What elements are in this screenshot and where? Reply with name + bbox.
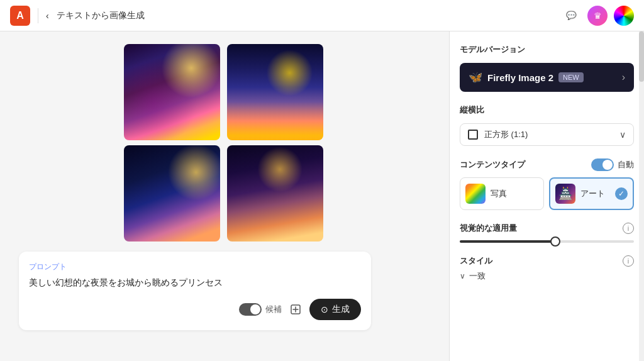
style-header: スタイル i — [460, 255, 634, 267]
generated-image-2[interactable] — [227, 44, 323, 140]
generate-button[interactable]: ⊙ 生成 — [309, 299, 361, 320]
art-label: アート — [580, 188, 605, 199]
candidate-toggle-row: 候補 — [239, 303, 282, 316]
header-divider — [38, 8, 38, 23]
aspect-square-icon — [468, 130, 478, 140]
chat-button[interactable]: 💬 — [561, 6, 581, 26]
strength-info-icon[interactable]: i — [623, 223, 634, 234]
auto-toggle-row: 自動 — [591, 158, 634, 171]
generated-image-1[interactable] — [124, 44, 220, 140]
colorful-avatar[interactable] — [614, 6, 634, 26]
art-option[interactable]: アート ✓ — [549, 177, 635, 210]
model-version-label: モデルバージョン — [460, 44, 634, 55]
aspect-ratio-dropdown[interactable]: 正方形 (1:1) ∨ — [460, 123, 634, 146]
back-button[interactable]: ‹ — [46, 11, 49, 21]
new-badge: NEW — [558, 72, 584, 82]
generate-label: 生成 — [332, 304, 350, 315]
slider-fill — [460, 240, 555, 243]
strength-section: 視覚的な適用量 i — [460, 223, 634, 243]
auto-toggle[interactable] — [591, 158, 614, 171]
style-match-row[interactable]: ∨ 一致 — [460, 270, 634, 282]
header: A ‹ テキストから画像生成 💬 ♛ — [0, 0, 644, 31]
photo-option-icon — [465, 184, 486, 204]
crown-avatar[interactable]: ♛ — [587, 6, 608, 26]
butterfly-icon: 🦋 — [469, 70, 482, 84]
style-expand-icon: ∨ — [460, 272, 465, 280]
slider-thumb[interactable] — [550, 236, 560, 247]
photo-option[interactable]: 写真 — [460, 177, 544, 210]
content-options: 写真 アート ✓ — [460, 177, 634, 210]
content-type-label: コンテンツタイプ — [460, 159, 525, 170]
style-section: スタイル i ∨ 一致 — [460, 255, 634, 282]
enhance-icon[interactable] — [288, 302, 303, 317]
generate-icon: ⊙ — [321, 304, 328, 314]
prompt-text[interactable]: 美しい幻想的な夜景をお城から眺めるプリンセス — [29, 277, 361, 289]
page-title: テキストから画像生成 — [57, 10, 145, 21]
left-panel: プロンプト 美しい幻想的な夜景をお城から眺めるプリンセス 候補 ⊙ 生成 — [0, 31, 449, 361]
aspect-ratio-label: 縦横比 — [460, 104, 634, 116]
aspect-ratio-value: 正方形 (1:1) — [484, 129, 613, 140]
generated-image-4[interactable] — [227, 145, 323, 242]
image-grid — [124, 44, 325, 242]
chat-icon: 💬 — [566, 11, 577, 20]
right-panel: モデルバージョン 🦋 Firefly Image 2 NEW › 縦横比 正方形… — [449, 31, 644, 361]
app-logo[interactable]: A — [10, 6, 30, 26]
scrollbar-thumb[interactable] — [639, 31, 644, 82]
prompt-box: プロンプト 美しい幻想的な夜景をお城から眺めるプリンセス 候補 ⊙ 生成 — [19, 252, 371, 330]
model-name: Firefly Image 2 — [487, 72, 553, 83]
model-chevron-icon: › — [622, 72, 625, 83]
style-info-icon[interactable]: i — [623, 255, 634, 267]
art-check-icon: ✓ — [615, 187, 628, 200]
strength-label: 視覚的な適用量 — [460, 223, 517, 234]
style-match-label: 一致 — [469, 270, 486, 282]
crown-icon: ♛ — [594, 11, 602, 21]
candidate-label: 候補 — [265, 304, 282, 315]
aspect-ratio-chevron-icon: ∨ — [619, 130, 626, 140]
strength-slider[interactable] — [460, 240, 634, 243]
scrollbar-track — [639, 31, 644, 361]
prompt-label: プロンプト — [29, 262, 361, 272]
main-content: プロンプト 美しい幻想的な夜景をお城から眺めるプリンセス 候補 ⊙ 生成 — [0, 31, 644, 361]
generated-image-3[interactable] — [124, 145, 220, 242]
photo-label: 写真 — [491, 188, 507, 199]
strength-header: 視覚的な適用量 i — [460, 223, 634, 234]
prompt-footer: 候補 ⊙ 生成 — [29, 299, 361, 320]
style-label: スタイル — [460, 255, 492, 267]
content-type-header: コンテンツタイプ 自動 — [460, 158, 634, 171]
header-actions: 💬 ♛ — [561, 6, 634, 26]
art-option-icon — [555, 184, 575, 204]
model-btn-left: 🦋 Firefly Image 2 NEW — [469, 70, 584, 84]
candidate-toggle[interactable] — [239, 303, 262, 316]
auto-label: 自動 — [618, 159, 634, 170]
model-version-button[interactable]: 🦋 Firefly Image 2 NEW › — [460, 63, 634, 92]
